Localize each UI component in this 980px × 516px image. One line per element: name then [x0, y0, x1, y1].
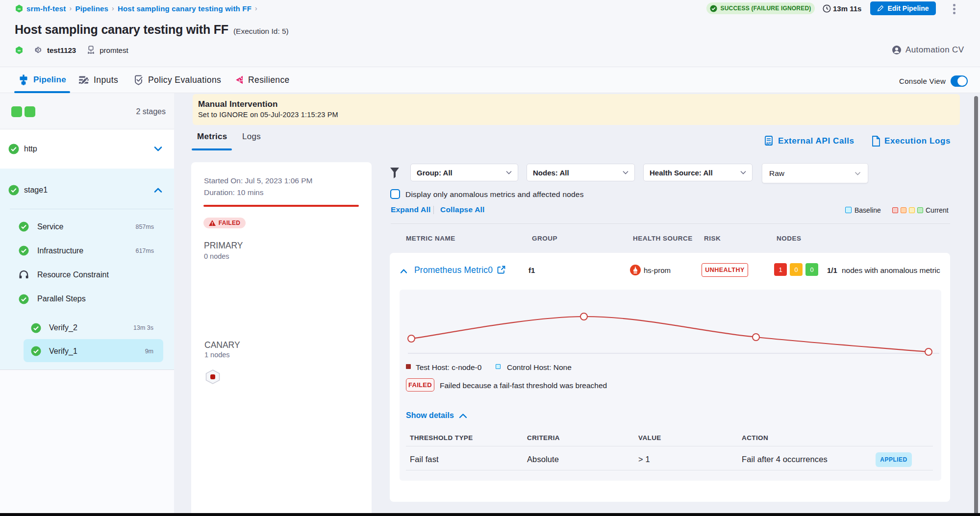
svg-text:∞: ∞ — [18, 48, 21, 52]
svg-text:∞: ∞ — [18, 6, 21, 11]
svg-text:API: API — [766, 142, 772, 145]
